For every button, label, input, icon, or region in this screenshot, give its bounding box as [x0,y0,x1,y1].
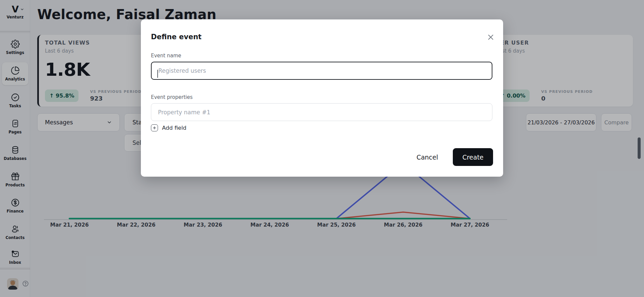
text-cursor [157,70,158,78]
property-name-input[interactable] [151,103,492,121]
add-field-button[interactable]: Add field [151,124,186,131]
dialog-title: Define event [151,33,493,41]
create-button[interactable]: Create [453,148,493,166]
event-properties-label: Event properties [151,94,493,100]
plus-icon [151,124,158,131]
event-name-input[interactable] [151,62,492,80]
define-event-dialog: Define event Event name Event properties… [141,19,503,177]
close-icon[interactable] [486,33,495,42]
add-field-label: Add field [162,125,186,131]
cancel-button[interactable]: Cancel [417,154,438,161]
event-name-label: Event name [151,53,493,59]
